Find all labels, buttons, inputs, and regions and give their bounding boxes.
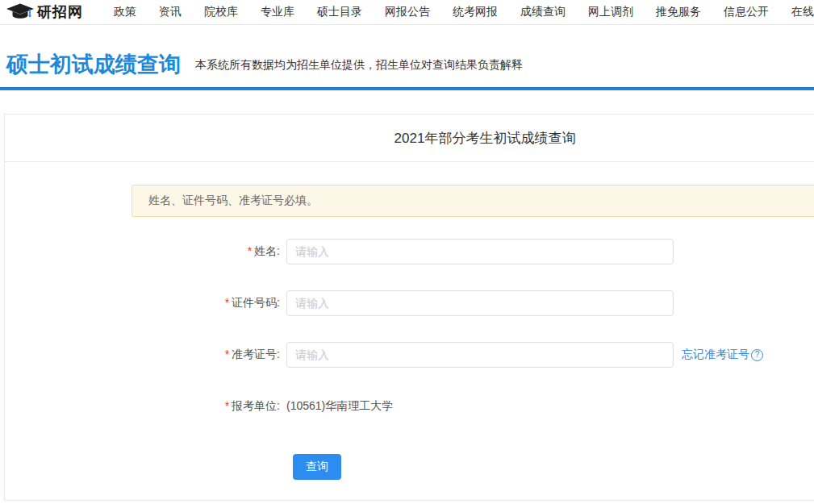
nav-item-news[interactable]: 资讯 (159, 5, 182, 19)
nav-item-information-disclosure[interactable]: 信息公开 (724, 5, 769, 19)
required-asterisk: * (248, 244, 252, 257)
nav-item-college-library[interactable]: 院校库 (204, 5, 238, 19)
nav-item-online-consultation[interactable]: 在线咨询 (791, 5, 814, 19)
admission-ticket-input[interactable] (286, 342, 674, 368)
nav-item-score-query[interactable]: 成绩查询 (520, 5, 566, 19)
required-fields-notice: 姓名、证件号码、准考证号必填。 (131, 185, 814, 217)
submit-row: 查询 (293, 454, 814, 480)
query-button[interactable]: 查询 (293, 454, 341, 480)
nav-item-master-catalog[interactable]: 硕士目录 (317, 5, 362, 19)
nav-item-unified-exam-registration[interactable]: 统考网报 (453, 5, 498, 19)
admission-ticket-label: *准考证号: (5, 348, 286, 362)
nav-item-online-adjustment[interactable]: 网上调剂 (588, 5, 633, 19)
blue-divider (0, 87, 814, 90)
name-label: *姓名: (5, 244, 286, 259)
admission-ticket-field-row: *准考证号: 忘记准考证号? (5, 342, 814, 368)
query-card: 2021年部分考生初试成绩查询 姓名、证件号码、准考证号必填。 *姓名: *证件… (4, 114, 814, 501)
target-institution-label: *报考单位: (5, 399, 286, 414)
id-number-input[interactable] (286, 290, 674, 316)
notice-text: 姓名、证件号码、准考证号必填。 (148, 194, 318, 208)
id-number-label: *证件号码: (5, 296, 286, 310)
nav-item-exemption-service[interactable]: 推免服务 (656, 5, 701, 19)
required-asterisk: * (225, 296, 229, 309)
page-title: 硕士初试成绩查询 (6, 54, 181, 76)
top-navigation: 研招网 政策 资讯 院校库 专业库 硕士目录 网报公告 统考网报 成绩查询 网上… (0, 0, 814, 25)
target-institution-row: *报考单位: (10561)华南理工大学 (5, 394, 814, 419)
question-circle-icon: ? (751, 349, 763, 361)
id-number-field-row: *证件号码: (5, 290, 814, 316)
score-query-form: *姓名: *证件号码: *准考证号: 忘记准考证号? *报考单位: (10561… (5, 239, 814, 480)
nav-item-policy[interactable]: 政策 (114, 5, 136, 19)
site-name: 研招网 (37, 2, 83, 22)
page-subtitle: 本系统所有数据均为招生单位提供，招生单位对查询结果负责解释 (195, 58, 523, 76)
nav-item-online-announcement[interactable]: 网报公告 (385, 5, 430, 19)
required-asterisk: * (225, 348, 229, 360)
query-card-title: 2021年部分考生初试成绩查询 (394, 129, 576, 148)
nav-item-major-library[interactable]: 专业库 (261, 5, 294, 19)
required-asterisk: * (225, 399, 229, 412)
name-field-row: *姓名: (5, 239, 814, 264)
page-header: 硕士初试成绩查询 本系统所有数据均为招生单位提供，招生单位对查询结果负责解释 (0, 25, 814, 87)
query-card-header: 2021年部分考生初试成绩查询 (5, 115, 814, 162)
target-institution-value: (10561)华南理工大学 (286, 399, 393, 414)
name-input[interactable] (286, 239, 674, 264)
forgot-admission-ticket-link[interactable]: 忘记准考证号? (682, 348, 763, 362)
graduation-cap-icon (6, 2, 34, 22)
site-logo[interactable]: 研招网 (6, 2, 83, 22)
